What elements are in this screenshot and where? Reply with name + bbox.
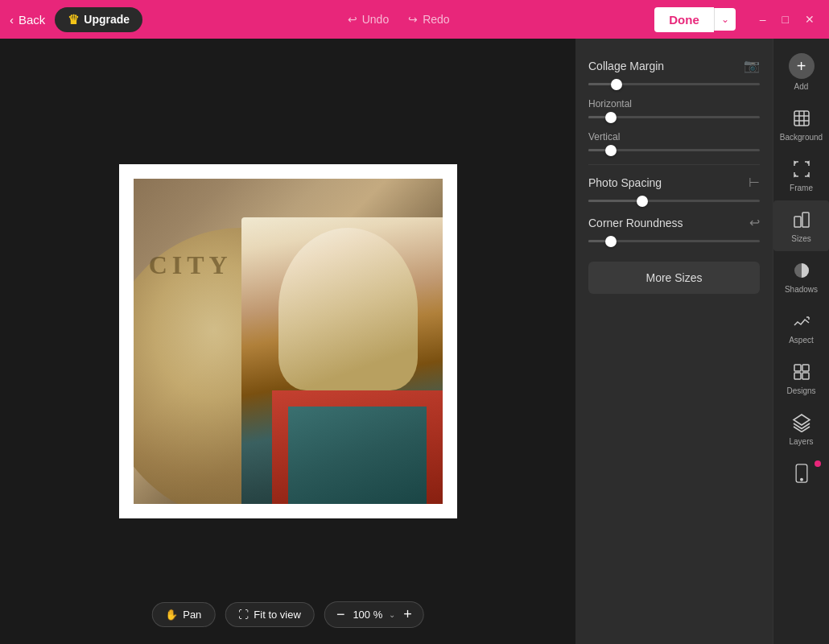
redo-button[interactable]: ↪ Redo	[408, 13, 449, 26]
divider-1	[588, 164, 760, 165]
sidebar-frame-label: Frame	[790, 184, 813, 192]
aspect-icon	[790, 310, 813, 332]
corner-roundness-title: Corner Roundness	[588, 217, 683, 229]
done-button-group: Done ⌄	[654, 7, 736, 32]
zoom-dropdown-icon: ⌄	[389, 610, 395, 619]
right-panel: Collage Margin 📷 Horizontal Vertical	[575, 39, 829, 644]
frame-icon	[790, 158, 813, 180]
done-dropdown-button[interactable]: ⌄	[714, 8, 736, 31]
collage-frame[interactable]: CITY	[119, 164, 457, 518]
add-icon: +	[789, 53, 815, 79]
mobile-badge	[815, 460, 821, 467]
sidebar-item-mobile[interactable]	[773, 454, 829, 496]
svg-rect-16	[794, 373, 801, 379]
zoom-in-button[interactable]: +	[402, 606, 414, 623]
svg-point-20	[800, 478, 802, 481]
svg-rect-17	[802, 373, 809, 379]
pan-button[interactable]: ✋ Pan	[151, 602, 215, 627]
margin-slider[interactable]	[588, 83, 760, 85]
vertical-slider-group: Vertical	[588, 131, 760, 151]
svg-rect-15	[802, 365, 809, 371]
redo-label: Redo	[423, 13, 449, 26]
undo-button[interactable]: ↩ Undo	[348, 13, 389, 26]
photo-spacing-section: Photo Spacing ⊢	[588, 175, 760, 190]
undo-label: Undo	[362, 13, 389, 26]
sidebar-background-label: Background	[780, 133, 823, 142]
redo-icon: ↪	[408, 13, 418, 26]
vertical-slider[interactable]	[588, 149, 760, 151]
horizontal-slider[interactable]	[588, 116, 760, 118]
undo-icon: ↩	[348, 13, 357, 26]
fit-label: Fit to view	[254, 609, 301, 621]
sidebar-item-add[interactable]: + Add	[773, 45, 829, 99]
svg-rect-0	[794, 111, 809, 126]
zoom-out-button[interactable]: −	[335, 606, 347, 623]
window-controls: – □ ✕	[755, 11, 819, 27]
fit-icon: ⛶	[238, 609, 249, 621]
corner-roundness-section: Corner Roundness ↩	[588, 215, 760, 230]
back-button[interactable]: ‹ Back	[10, 13, 45, 27]
layers-icon	[790, 411, 813, 434]
collage-margin-title: Collage Margin	[588, 60, 664, 72]
sidebar-item-frame[interactable]: Frame	[773, 150, 829, 200]
mobile-icon	[790, 462, 813, 485]
svg-rect-14	[794, 365, 801, 371]
pan-icon: ✋	[165, 609, 178, 621]
crown-icon: ♛	[68, 12, 79, 27]
collage-margin-section: Collage Margin 📷	[588, 58, 760, 73]
maximize-button[interactable]: □	[777, 11, 794, 27]
sidebar-sizes-label: Sizes	[791, 234, 810, 243]
spacing-slider[interactable]	[588, 200, 760, 202]
sidebar-item-shadows[interactable]: Shadows	[773, 251, 829, 302]
more-sizes-button[interactable]: More Sizes	[588, 262, 760, 294]
back-label: Back	[19, 13, 45, 27]
sidebar-designs-label: Designs	[786, 386, 815, 395]
upgrade-button[interactable]: ♛ Upgrade	[55, 7, 142, 32]
designs-icon	[790, 361, 813, 383]
corner-roundness-icon: ↩	[749, 215, 760, 230]
bottom-toolbar: ✋ Pan ⛶ Fit to view − 100 % ⌄ +	[151, 601, 424, 628]
back-arrow-icon: ‹	[10, 13, 14, 27]
icon-sidebar: + Add Background	[773, 39, 829, 644]
zoom-controls: − 100 % ⌄ +	[324, 601, 424, 628]
main-content: CITY ✋ Pan ⛶ Fit to view	[0, 39, 829, 644]
sidebar-aspect-label: Aspect	[789, 336, 814, 345]
settings-panel: Collage Margin 📷 Horizontal Vertical	[575, 39, 773, 644]
sizes-icon	[790, 208, 813, 231]
sidebar-shadows-label: Shadows	[785, 285, 818, 294]
sidebar-item-designs[interactable]: Designs	[773, 353, 829, 403]
vertical-label: Vertical	[588, 131, 760, 142]
pan-label: Pan	[183, 609, 201, 621]
shadows-icon	[790, 259, 813, 282]
close-button[interactable]: ✕	[800, 11, 819, 27]
horizontal-label: Horizontal	[588, 98, 760, 109]
sidebar-layers-label: Layers	[789, 437, 813, 446]
upgrade-label: Upgrade	[84, 13, 130, 26]
topbar: ‹ Back ♛ Upgrade ↩ Undo ↪ Redo Done ⌄ – …	[0, 0, 829, 39]
collage-margin-icon: 📷	[744, 58, 760, 73]
roundness-slider[interactable]	[588, 240, 760, 242]
sidebar-item-background[interactable]: Background	[773, 99, 829, 150]
zoom-value: 100 %	[353, 609, 382, 621]
background-icon	[790, 107, 813, 130]
topbar-center: ↩ Undo ↪ Redo	[152, 13, 645, 26]
minimize-button[interactable]: –	[755, 11, 771, 27]
photo-spacing-icon: ⊢	[749, 175, 760, 190]
svg-rect-10	[802, 213, 809, 227]
horizontal-slider-group: Horizontal	[588, 98, 760, 118]
done-button[interactable]: Done	[654, 7, 714, 32]
fit-to-view-button[interactable]: ⛶ Fit to view	[225, 602, 315, 627]
svg-rect-9	[794, 217, 801, 227]
canvas-area[interactable]: CITY ✋ Pan ⛶ Fit to view	[0, 39, 575, 644]
sidebar-item-sizes[interactable]: Sizes	[773, 200, 829, 251]
photo-spacing-title: Photo Spacing	[588, 176, 662, 189]
sidebar-item-aspect[interactable]: Aspect	[773, 302, 829, 353]
collage-photo[interactable]: CITY	[134, 179, 443, 504]
sidebar-item-layers[interactable]: Layers	[773, 403, 829, 454]
sidebar-add-label: Add	[794, 82, 809, 91]
svg-marker-18	[794, 415, 810, 425]
